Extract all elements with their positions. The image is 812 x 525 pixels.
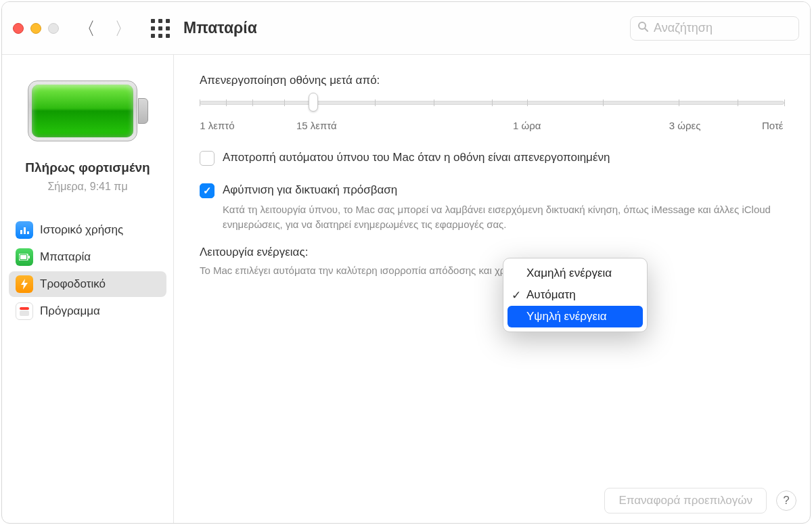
sidebar-item-label: Μπαταρία <box>40 250 91 264</box>
battery-small-icon <box>16 248 33 266</box>
calendar-icon <box>16 302 33 320</box>
wake-network-label: Αφύπνιση για δικτυακή πρόσβαση <box>223 183 397 197</box>
zoom-window-button[interactable] <box>48 23 59 34</box>
nav-back-button[interactable]: 〈 <box>78 20 95 37</box>
svg-rect-3 <box>24 227 26 234</box>
battery-icon <box>28 81 148 141</box>
svg-rect-8 <box>20 307 29 310</box>
sidebar-item-battery[interactable]: Μπαταρία <box>9 244 166 270</box>
svg-rect-4 <box>27 231 29 234</box>
sidebar-item-schedule[interactable]: Πρόγραμμα <box>9 298 166 324</box>
search-icon <box>637 21 648 35</box>
prevent-sleep-row: Αποτροπή αυτόματου ύπνου του Mac όταν η … <box>200 151 784 166</box>
window-title: Μπαταρία <box>183 19 630 37</box>
popup-option-high-power[interactable]: Υψηλή ενέργεια <box>508 306 643 327</box>
preferences-window: 〈 〉 Μπαταρία Αναζήτηση Πλήρως φορτισμένη… <box>1 1 811 524</box>
slider-thumb[interactable] <box>309 93 318 112</box>
popup-option-automatic[interactable]: Αυτόματη <box>503 284 647 306</box>
svg-rect-9 <box>20 311 29 316</box>
wake-network-row: Αφύπνιση για δικτυακή πρόσβαση <box>200 183 784 198</box>
svg-rect-2 <box>20 230 22 234</box>
slider-tick-label: 3 ώρες <box>669 120 701 131</box>
sidebar-item-label: Πρόγραμμα <box>40 304 100 318</box>
display-off-slider[interactable] <box>200 97 784 110</box>
window-controls <box>13 23 59 34</box>
footer: Επαναφορά προεπιλογών ? <box>604 488 796 513</box>
svg-rect-6 <box>20 255 26 259</box>
energy-mode-desc: Το Mac επιλέγει αυτόματα την καλύτερη ισ… <box>200 265 784 276</box>
slider-labels: 1 λεπτό 15 λεπτά 1 ώρα 3 ώρες Ποτέ <box>200 120 784 133</box>
minimize-window-button[interactable] <box>30 23 41 34</box>
sidebar-item-label: Τροφοδοτικό <box>40 277 106 291</box>
search-placeholder: Αναζήτηση <box>654 21 713 35</box>
close-window-button[interactable] <box>13 23 24 34</box>
energy-mode-label: Λειτουργία ενέργειας: <box>200 246 784 259</box>
slider-tick-label: 15 λεπτά <box>296 120 337 131</box>
svg-line-1 <box>645 28 648 31</box>
nav-forward-button: 〉 <box>114 20 132 37</box>
display-off-label: Απενεργοποίηση οθόνης μετά από: <box>200 74 784 87</box>
svg-rect-7 <box>28 256 30 258</box>
show-all-prefs-button[interactable] <box>151 19 170 38</box>
help-button[interactable]: ? <box>776 490 796 511</box>
restore-defaults-button[interactable]: Επαναφορά προεπιλογών <box>604 488 767 513</box>
bolt-icon <box>16 275 33 293</box>
sidebar: Πλήρως φορτισμένη Σήμερα, 9:41 πμ Ιστορι… <box>2 55 174 523</box>
energy-mode-popup: Χαμηλή ενέργεια Αυτόματη Υψηλή ενέργεια <box>503 258 648 332</box>
body: Πλήρως φορτισμένη Σήμερα, 9:41 πμ Ιστορι… <box>2 55 810 523</box>
popup-option-low-power[interactable]: Χαμηλή ενέργεια <box>503 262 647 284</box>
search-field[interactable]: Αναζήτηση <box>630 16 799 41</box>
sidebar-item-label: Ιστορικό χρήσης <box>40 223 123 237</box>
battery-status-subtitle: Σήμερα, 9:41 πμ <box>47 181 127 193</box>
slider-tick-label: Ποτέ <box>762 120 784 131</box>
bar-chart-icon <box>16 221 33 239</box>
wake-network-desc: Κατά τη λειτουργία ύπνου, το Mac σας μπο… <box>223 202 784 232</box>
titlebar: 〈 〉 Μπαταρία Αναζήτηση <box>2 2 810 55</box>
slider-tick-label: 1 ώρα <box>513 120 541 131</box>
slider-tick-label: 1 λεπτό <box>200 120 234 131</box>
sidebar-item-power-adapter[interactable]: Τροφοδοτικό <box>9 271 166 297</box>
nav-buttons: 〈 〉 <box>78 20 132 37</box>
prevent-sleep-checkbox[interactable] <box>200 151 215 166</box>
main-pane: Απενεργοποίηση οθόνης μετά από: 1 λ <box>174 55 810 523</box>
sidebar-nav: Ιστορικό χρήσης Μπαταρία Τροφοδοτικό <box>9 217 166 324</box>
sidebar-item-usage-history[interactable]: Ιστορικό χρήσης <box>9 217 166 243</box>
wake-network-checkbox[interactable] <box>200 183 215 198</box>
battery-status-title: Πλήρως φορτισμένη <box>25 160 150 175</box>
prevent-sleep-label: Αποτροπή αυτόματου ύπνου του Mac όταν η … <box>223 151 610 164</box>
